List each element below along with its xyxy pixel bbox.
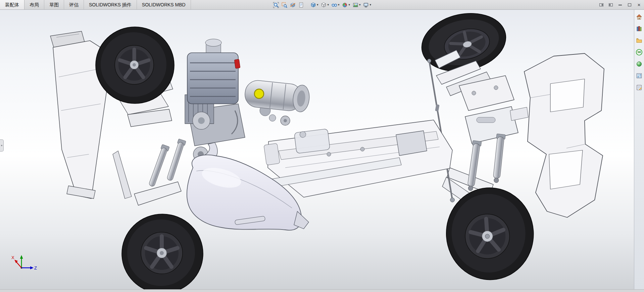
zoom-to-fit-icon[interactable] bbox=[272, 1, 280, 9]
heads-up-view-toolbar: ▾ ▾ ▾ bbox=[272, 0, 372, 10]
model-scene[interactable]: X Z bbox=[0, 10, 634, 289]
tab-layout[interactable]: 布局 bbox=[24, 0, 44, 9]
custom-properties-icon[interactable] bbox=[636, 84, 643, 91]
file-explorer-icon[interactable] bbox=[636, 37, 643, 44]
tab-assembly[interactable]: 装配体 bbox=[0, 0, 24, 9]
status-bar bbox=[0, 289, 644, 292]
chevron-down-icon: ▾ bbox=[370, 3, 371, 6]
command-manager-bar: 装配体 布局 草图 评估 SOLIDWORKS 插件 SOLIDWORKS MB… bbox=[0, 0, 644, 10]
minimize-button[interactable] bbox=[616, 1, 624, 9]
task-pane: 58 bbox=[634, 10, 644, 289]
window-controls: ✕ bbox=[598, 0, 643, 10]
badge-count: 58 bbox=[636, 49, 642, 55]
tab-sketch[interactable]: 草图 bbox=[44, 0, 64, 9]
apply-scene-icon[interactable]: ▾ bbox=[351, 1, 362, 9]
shock-absorber-rear-left-2[interactable] bbox=[166, 139, 186, 181]
tab-mbd[interactable]: SOLIDWORKS MBD bbox=[137, 0, 191, 9]
view-orientation-icon[interactable]: ▾ bbox=[309, 1, 319, 9]
steering-servo-saver[interactable] bbox=[281, 116, 290, 125]
command-tabs: 装配体 布局 草图 评估 SOLIDWORKS 插件 SOLIDWORKS MB… bbox=[0, 0, 191, 9]
close-button[interactable]: ✕ bbox=[635, 1, 643, 9]
fuel-tank[interactable] bbox=[294, 128, 330, 154]
zoom-to-area-icon[interactable] bbox=[280, 1, 288, 9]
section-view-icon[interactable] bbox=[289, 1, 297, 9]
chevron-down-icon: ▾ bbox=[327, 3, 329, 6]
solidworks-window: 装配体 布局 草图 评估 SOLIDWORKS 插件 SOLIDWORKS MB… bbox=[0, 0, 644, 292]
chevron-down-icon: ▾ bbox=[338, 3, 340, 6]
chevron-down-icon: ▾ bbox=[317, 3, 318, 6]
maximize-button[interactable] bbox=[626, 1, 633, 9]
solidworks-resources-icon[interactable] bbox=[636, 13, 643, 20]
rear-right-wheel[interactable] bbox=[443, 185, 537, 283]
tab-addins[interactable]: SOLIDWORKS 插件 bbox=[84, 0, 137, 9]
shock-absorber-front-right-2[interactable] bbox=[492, 134, 505, 183]
annotation-views-icon[interactable] bbox=[297, 1, 305, 9]
carburetor-yellow-cap[interactable] bbox=[254, 89, 264, 98]
graphics-area[interactable]: X Z bbox=[0, 10, 634, 289]
expand-pane-button[interactable] bbox=[607, 1, 614, 9]
chassis-plate[interactable] bbox=[255, 120, 452, 197]
edit-appearance-icon[interactable]: ▾ bbox=[341, 1, 351, 9]
collapse-pane-button[interactable] bbox=[598, 1, 605, 9]
feature-tree-collapse-tab[interactable] bbox=[0, 139, 4, 152]
tab-evaluate[interactable]: 评估 bbox=[64, 0, 84, 9]
display-style-icon[interactable]: ▾ bbox=[319, 1, 330, 9]
front-bulkhead-assembly[interactable] bbox=[435, 50, 518, 207]
rear-left-wheel[interactable] bbox=[122, 214, 203, 289]
view-palette-icon[interactable] bbox=[636, 72, 643, 79]
notification-badge[interactable]: 58 bbox=[636, 48, 643, 56]
front-bumper[interactable] bbox=[510, 53, 604, 217]
chevron-down-icon: ▾ bbox=[349, 3, 350, 6]
view-settings-icon[interactable]: ▾ bbox=[362, 1, 373, 9]
design-library-icon[interactable] bbox=[636, 25, 643, 32]
hide-show-items-icon[interactable]: ▾ bbox=[330, 1, 341, 9]
air-filter[interactable] bbox=[244, 79, 310, 113]
front-left-wheel[interactable] bbox=[96, 27, 174, 103]
triad-z-label: Z bbox=[34, 265, 37, 270]
chevron-down-icon: ▾ bbox=[359, 3, 361, 6]
shock-absorber-rear-left-1[interactable] bbox=[148, 144, 169, 187]
orientation-triad[interactable]: X Z bbox=[11, 255, 37, 270]
triad-x-label: X bbox=[11, 255, 14, 260]
appearances-scenes-icon[interactable] bbox=[636, 60, 643, 68]
